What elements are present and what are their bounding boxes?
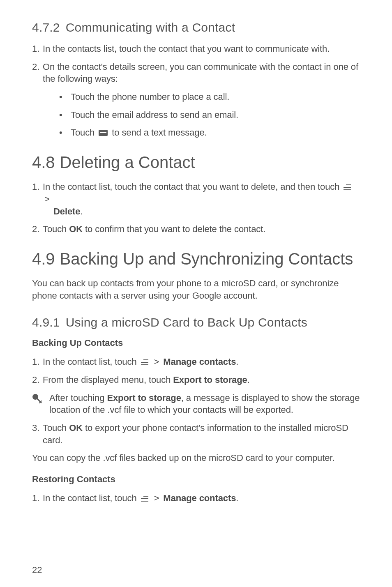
step-text: In the contacts list, touch the contact … — [43, 44, 330, 54]
step-text-pre: In the contact list, touch the contact t… — [43, 182, 339, 192]
step-text: On the contact's details screen, you can… — [43, 62, 358, 84]
bullet-2: •Touch the email address to send an emai… — [59, 109, 360, 121]
list-marker: 2. — [32, 223, 43, 235]
note: After touching Export to storage, a mess… — [32, 392, 360, 416]
message-icon — [99, 130, 108, 136]
step-2: 2.On the contact's details screen, you c… — [32, 61, 360, 85]
heading-text: Communicating with a Contact — [66, 21, 235, 34]
list-marker: 1. — [32, 492, 43, 504]
restore-step-1: 1.In the contact list, touch > Manage co… — [32, 492, 360, 504]
gt: > — [154, 493, 159, 503]
step-pre: Touch — [43, 224, 69, 234]
period: . — [247, 375, 250, 385]
bullet-3: •Touch to send a text message. — [59, 127, 360, 139]
backup-copy-text: You can copy the .vcf files backed up on… — [32, 452, 360, 464]
heading-4-8: 4.8Deleting a Contact — [32, 153, 360, 172]
step-pre: Touch — [43, 423, 69, 433]
list-marker: 1. — [32, 181, 43, 193]
menu-icon — [344, 184, 351, 190]
restore-heading: Restoring Contacts — [32, 474, 360, 485]
step-post: to export your phone contact's informati… — [43, 423, 348, 445]
export-label: Export to storage — [173, 375, 247, 385]
ok-label: OK — [69, 224, 83, 234]
list-marker: 3. — [32, 422, 43, 434]
heading-4-9: 4.9Backing Up and Synchronizing Contacts — [32, 249, 360, 268]
step-post: to confirm that you want to delete the c… — [83, 224, 265, 234]
export-label: Export to storage — [107, 393, 181, 403]
step-pre: In the contact list, touch — [43, 493, 137, 503]
gt: > — [44, 194, 50, 204]
heading-4-7-2: 4.7.2Communicating with a Contact — [32, 21, 360, 35]
manage-contacts-label: Manage contacts — [163, 357, 236, 367]
gt: > — [154, 357, 159, 367]
heading-number: 4.7.2 — [32, 21, 60, 34]
delete-label: Delete — [43, 206, 80, 216]
backup-step-3: 3.Touch OK to export your phone contact'… — [32, 422, 360, 446]
intro-4-9: You can back up contacts from your phone… — [32, 277, 360, 302]
step-1: 1.In the contact list, touch the contact… — [32, 181, 360, 217]
period: . — [236, 357, 238, 367]
ok-label: OK — [69, 423, 83, 433]
bullet-marker: • — [59, 109, 71, 121]
bullet-pre: Touch — [71, 127, 95, 138]
menu-icon — [141, 359, 148, 365]
list-marker: 2. — [32, 61, 43, 73]
backup-step-1: 1.In the contact list, touch > Manage co… — [32, 356, 360, 368]
heading-4-9-1: 4.9.1Using a microSD Card to Back Up Con… — [32, 315, 360, 329]
note-icon — [32, 392, 42, 405]
note-text: After touching Export to storage, a mess… — [49, 392, 360, 416]
list-marker: 1. — [32, 43, 43, 55]
heading-text: Deleting a Contact — [60, 153, 195, 171]
backup-heading: Backing Up Contacts — [32, 338, 360, 348]
step-pre: From the displayed menu, touch — [43, 375, 173, 385]
heading-number: 4.9 — [32, 250, 55, 268]
bullet-marker: • — [59, 127, 71, 139]
bullet-text: Touch the email address to send an email… — [71, 110, 238, 120]
list-marker: 2. — [32, 374, 43, 386]
period: . — [236, 493, 238, 503]
note-pre: After touching — [49, 393, 107, 403]
step-2: 2.Touch OK to confirm that you want to d… — [32, 223, 360, 235]
step-pre: In the contact list, touch — [43, 357, 137, 367]
bullet-1: •Touch the phone number to place a call. — [59, 91, 360, 103]
menu-icon — [141, 496, 148, 502]
heading-text: Using a microSD Card to Back Up Contacts — [66, 315, 307, 329]
step-1: 1.In the contacts list, touch the contac… — [32, 43, 360, 55]
page-number: 22 — [32, 565, 42, 575]
heading-number: 4.9.1 — [32, 315, 60, 329]
manage-contacts-label: Manage contacts — [163, 493, 236, 503]
heading-number: 4.8 — [32, 153, 55, 171]
backup-step-2: 2.From the displayed menu, touch Export … — [32, 374, 360, 386]
period: . — [80, 206, 83, 216]
bullet-marker: • — [59, 91, 71, 103]
list-marker: 1. — [32, 356, 43, 368]
bullet-post: to send a text message. — [112, 127, 207, 138]
heading-text: Backing Up and Synchronizing Contacts — [60, 250, 353, 268]
bullet-text: Touch the phone number to place a call. — [71, 92, 229, 102]
